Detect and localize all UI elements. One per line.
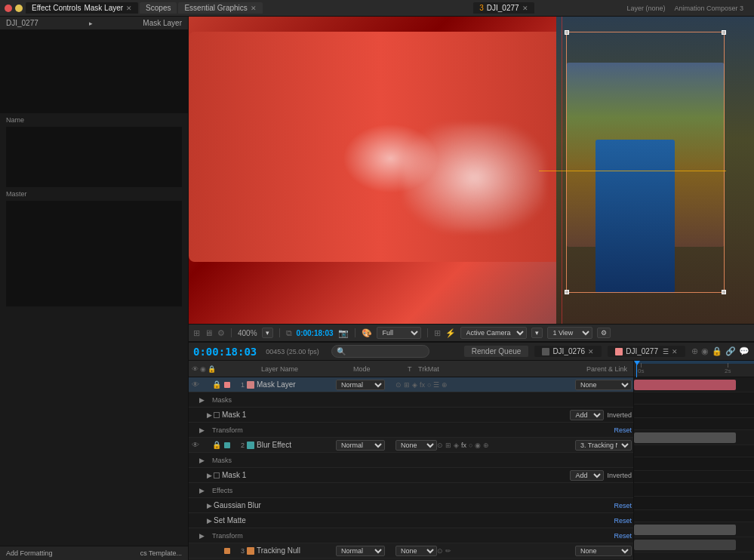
mask-handle-br[interactable] bbox=[722, 290, 726, 294]
masks-expand-2[interactable]: ▶ bbox=[199, 457, 205, 464]
mask-handle-tr[interactable] bbox=[722, 30, 726, 35]
color-icon[interactable]: 🎨 bbox=[362, 328, 372, 338]
comp1-close[interactable]: ✕ bbox=[588, 348, 594, 355]
track-bar-1[interactable] bbox=[634, 380, 736, 390]
mask-blend-2[interactable]: Add bbox=[570, 470, 604, 481]
set-matte-expand[interactable]: ▶ bbox=[207, 517, 212, 525]
eg-master-area bbox=[6, 201, 182, 306]
zoom-fit-icon[interactable]: ⧉ bbox=[286, 328, 292, 338]
comp2-close[interactable]: ✕ bbox=[672, 348, 678, 355]
quality-select[interactable]: Full Half Quarter bbox=[377, 327, 421, 339]
vis-toggle-2[interactable]: 👁 bbox=[190, 441, 201, 449]
mode-select-3[interactable]: Normal bbox=[336, 546, 385, 556]
tab-effect-controls[interactable]: Effect Controls Mask Layer ✕ bbox=[26, 2, 138, 14]
collapse-icon-2[interactable]: ⊞ bbox=[445, 442, 451, 449]
layer-row-1[interactable]: 👁 🔒 1 Mask Layer Normal ⊙ ⊞ bbox=[189, 377, 633, 392]
transform-expand-1[interactable]: ▶ bbox=[199, 426, 205, 434]
3d-icon-2[interactable]: ⊕ bbox=[483, 442, 489, 449]
adj-icon-1[interactable]: ☰ bbox=[433, 381, 439, 389]
viewer-icon-1[interactable]: ⊞ bbox=[193, 328, 200, 338]
reset-set-matte[interactable]: Reset bbox=[614, 517, 632, 525]
tab-scopes[interactable]: Scopes bbox=[140, 2, 177, 14]
view-settings-btn[interactable]: ⚙ bbox=[597, 328, 611, 338]
set-matte-row[interactable]: ▶ Set Matte Reset bbox=[189, 513, 633, 528]
minimize-dot[interactable] bbox=[15, 5, 23, 12]
shy-icon-2[interactable]: ⊙ bbox=[437, 442, 443, 449]
camera-icon[interactable]: 📷 bbox=[338, 328, 349, 338]
track-row-1 bbox=[634, 377, 754, 392]
gaussian-blur-expand[interactable]: ▶ bbox=[207, 502, 212, 509]
grid-icon[interactable]: ⊞ bbox=[434, 328, 441, 338]
effects-expand-2[interactable]: ▶ bbox=[199, 487, 205, 494]
mb-icon-1[interactable]: ○ bbox=[427, 381, 431, 389]
tl-comment-icon[interactable]: 💬 bbox=[739, 346, 749, 356]
comp2-menu-icon[interactable]: ☰ bbox=[663, 348, 669, 355]
reset-gaussian-blur[interactable]: Reset bbox=[614, 502, 632, 509]
shy-icon-3[interactable]: ⊙ bbox=[437, 547, 443, 555]
mask1-expand-1[interactable]: ▶ bbox=[207, 411, 212, 419]
camera-view-dropdown[interactable]: ▾ bbox=[531, 328, 543, 338]
track-bar-2[interactable] bbox=[634, 432, 736, 443]
viewer-icon-2[interactable]: 🖥 bbox=[205, 328, 213, 337]
tab-composition[interactable]: 3 DJI_0277 ✕ bbox=[473, 2, 534, 14]
comp2-tab[interactable]: DJI_0277 ☰ ✕ bbox=[608, 346, 685, 357]
parent-select-2[interactable]: 3. Tracking N... None bbox=[575, 440, 632, 451]
layer-search-input[interactable] bbox=[331, 345, 429, 358]
gaussian-blur-row[interactable]: ▶ Gaussian Blur Reset bbox=[189, 498, 633, 513]
mask1-expand-2[interactable]: ▶ bbox=[207, 472, 212, 479]
reset-transform-1[interactable]: Reset bbox=[614, 426, 632, 434]
quality-icon-1[interactable]: ◈ bbox=[412, 381, 417, 389]
mode-select-1[interactable]: Normal bbox=[336, 380, 385, 390]
shy-icon-1[interactable]: ⊙ bbox=[395, 381, 402, 389]
viewer-icon-3[interactable]: ⚙ bbox=[217, 328, 225, 338]
tab-close-comp-icon[interactable]: ✕ bbox=[522, 5, 528, 12]
collapse-icon-1[interactable]: ⊞ bbox=[404, 381, 410, 389]
cs-template-btn[interactable]: cs Template... bbox=[140, 549, 182, 557]
tl-link-icon[interactable]: 🔗 bbox=[725, 346, 736, 356]
tab-essential-graphics[interactable]: Essential Graphics ✕ bbox=[178, 2, 262, 14]
render-queue-tab[interactable]: Render Queue bbox=[464, 346, 529, 357]
transform-expand-2[interactable]: ▶ bbox=[199, 532, 205, 540]
pen-icon-3[interactable]: ✏ bbox=[445, 547, 451, 555]
mask-row-1[interactable]: ▶ Mask 1 Add Subtract None Inverted bbox=[189, 408, 633, 423]
lock-toggle-2[interactable]: 🔒 bbox=[211, 441, 222, 449]
camera-view-select[interactable]: Active Camera Camera 1 bbox=[460, 327, 527, 339]
mask-blend-1[interactable]: Add Subtract None bbox=[570, 410, 604, 420]
effects-icon-2[interactable]: fx bbox=[461, 442, 466, 449]
mode-select-2[interactable]: Normal bbox=[336, 440, 385, 451]
preview-area[interactable] bbox=[189, 17, 754, 324]
trkmat-select-2[interactable]: None bbox=[395, 440, 437, 451]
reset-transform-2[interactable]: Reset bbox=[614, 532, 632, 540]
effect-preview-top bbox=[0, 30, 188, 113]
mask-row-2[interactable]: ▶ Mask 1 Add Inverted bbox=[189, 468, 633, 483]
quality-icon-2[interactable]: ◈ bbox=[454, 442, 459, 449]
tab-close-icon[interactable]: ✕ bbox=[251, 5, 257, 12]
parent-select-1[interactable]: None bbox=[575, 380, 632, 390]
trkmat-select-3[interactable]: None bbox=[395, 546, 437, 556]
mask-handle-tl[interactable] bbox=[565, 30, 569, 35]
mask-handle-bl[interactable] bbox=[565, 290, 569, 294]
masks-expand-1[interactable]: ▶ bbox=[199, 396, 205, 404]
view-count-select[interactable]: 1 View 2 Views bbox=[547, 327, 592, 339]
lock-toggle-1[interactable]: 🔒 bbox=[211, 380, 222, 389]
comp1-tab[interactable]: DJI_0276 ✕ bbox=[534, 346, 602, 357]
zoom-dropdown[interactable]: ▾ bbox=[262, 328, 273, 338]
tl-lock-icon[interactable]: 🔒 bbox=[712, 346, 722, 356]
layer-row-3[interactable]: 3 Tracking Null Normal None ⊙ ✏ bbox=[189, 543, 633, 558]
track-bar-4[interactable] bbox=[634, 540, 736, 550]
tab-close-icon[interactable]: ✕ bbox=[126, 5, 132, 12]
effects-icon-1[interactable]: fx bbox=[420, 381, 425, 389]
adj-icon-2[interactable]: ◉ bbox=[475, 442, 481, 449]
tl-solo-icon[interactable]: ◉ bbox=[701, 346, 709, 356]
tl-motion-blur-icon[interactable]: ⊕ bbox=[691, 346, 698, 356]
parent-select-3[interactable]: None bbox=[575, 546, 632, 556]
close-dot[interactable] bbox=[5, 5, 12, 12]
vis-toggle-1[interactable]: 👁 bbox=[190, 380, 201, 389]
layer-row-2[interactable]: 👁 🔒 2 Blur Effect Normal None bbox=[189, 438, 633, 453]
3d-icon-1[interactable]: ⊕ bbox=[442, 381, 448, 389]
snap-icon[interactable]: ⚡ bbox=[445, 328, 456, 338]
playhead[interactable] bbox=[636, 361, 637, 377]
track-bar-3[interactable] bbox=[634, 525, 736, 535]
mb-icon-2[interactable]: ○ bbox=[469, 442, 472, 449]
add-formatting-btn[interactable]: Add Formatting bbox=[6, 549, 53, 557]
